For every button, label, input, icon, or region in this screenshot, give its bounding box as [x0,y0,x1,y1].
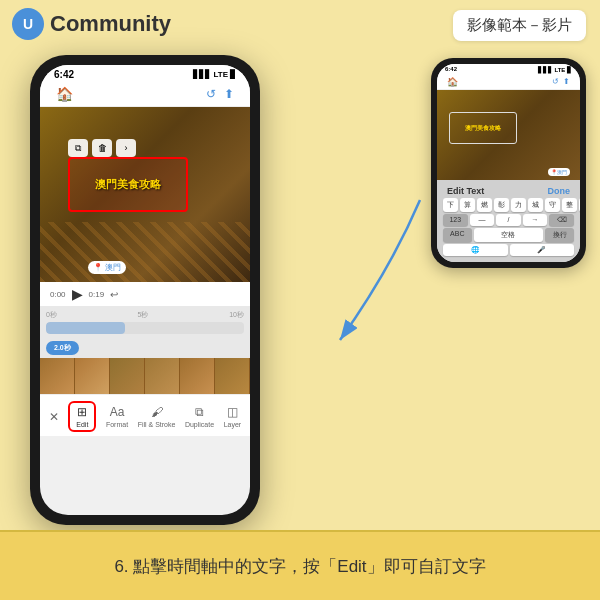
sp-nav-icons: ↺ ⬆ [552,77,570,87]
share-icon[interactable]: ⬆ [224,87,234,101]
thumb-2 [75,358,110,394]
header: U Community [0,0,183,48]
fill-stroke-tool[interactable]: 🖌 Fill & Stroke [138,405,176,428]
close-button[interactable]: ✕ [49,410,59,424]
lte-label: LTE [213,70,228,79]
sp-nav: 🏠 ↺ ⬆ [437,75,580,90]
play-button[interactable]: ▶ [72,286,83,302]
key-li[interactable]: 力 [511,198,526,212]
duplicate-label: Duplicate [185,421,214,428]
sp-video: 澳門美食攻略 📍澳門 [437,90,580,180]
format-tool[interactable]: Aa Format [106,405,128,428]
phone-screen: 6:42 ▋▋▋ LTE ▊ 🏠 ↺ ⬆ [40,65,250,515]
key-xia[interactable]: 下 [443,198,458,212]
refresh-icon[interactable]: ↺ [206,87,216,101]
pin-icon: 📍 [93,263,103,272]
phone-frame: 6:42 ▋▋▋ LTE ▊ 🏠 ↺ ⬆ [30,55,260,525]
sp-home-icon[interactable]: 🏠 [447,77,458,87]
more-handle[interactable]: › [116,139,136,157]
key-cheng[interactable]: 城 [528,198,543,212]
video-controls: 0:00 ▶ 0:19 ↩ [40,282,250,306]
key-arrow-r[interactable]: → [523,214,548,226]
key-dash[interactable]: — [470,214,495,226]
bottom-toolbar: ✕ ⊞ Edit Aa Format 🖌 Fill & Stroke ⧉ Dup… [40,394,250,436]
edit-icon: ⊞ [77,405,87,419]
key-delete[interactable]: ⌫ [549,214,574,226]
ep-row-3: ABC 空格 換行 [443,228,574,242]
key-suan[interactable]: 算 [460,198,475,212]
thumbnail-strip [40,358,250,394]
status-time: 6:42 [54,69,74,80]
text-chip[interactable]: 2.0秒 [46,341,79,355]
selected-text-box[interactable]: 澳門美食攻略 [68,157,188,212]
key-mic[interactable]: 🎤 [510,244,575,256]
fill-stroke-label: Fill & Stroke [138,421,176,428]
thumb-3 [110,358,145,394]
bottom-caption: 6. 點擊時間軸中的文字，按「Edit」即可自訂文字 [0,530,600,600]
ep-header: Edit Text Done [443,184,574,198]
duplicate-tool[interactable]: ⧉ Duplicate [185,405,214,428]
sp-status-bar: 6:42 ▋▋▋ LTE ▊ [437,64,580,75]
key-enter[interactable]: 換行 [545,228,574,242]
copy-handle[interactable]: ⧉ [68,139,88,157]
key-zhang[interactable]: 彰 [494,198,509,212]
sp-pin-icon: 📍 [551,169,557,175]
key-slash[interactable]: / [496,214,521,226]
ep-row-emoji: 🌐 🎤 [443,244,574,256]
key-abc[interactable]: ABC [443,228,472,242]
thumb-6 [215,358,250,394]
time-end: 0:19 [89,290,105,299]
edit-label: Edit [76,421,88,428]
key-123[interactable]: 123 [443,214,468,226]
ep-title: Edit Text [447,186,484,196]
edit-panel: Edit Text Done 下 算 燃 彰 力 城 守 整 性 心 [437,180,580,262]
key-xing[interactable]: 性 [579,198,580,212]
ep-row-2: 123 — / → ⌫ [443,214,574,226]
sp-location-pin: 📍澳門 [548,168,570,176]
small-phone-screen: 6:42 ▋▋▋ LTE ▊ 🏠 ↺ ⬆ 澳門美食攻略 📍澳門 [437,64,580,262]
key-space[interactable]: 空格 [474,228,544,242]
ep-row-1: 下 算 燃 彰 力 城 守 整 性 心 [443,198,574,212]
sp-refresh[interactable]: ↺ [552,77,559,87]
signal-icon: ▋▋▋ [193,70,211,79]
text-timeline: 2.0秒 [40,338,250,358]
arrow-indicator [310,190,430,350]
ep-done-button[interactable]: Done [548,186,571,196]
overlay-text: 澳門美食攻略 [95,177,161,191]
food-pattern [40,222,250,282]
timeline-label-0: 0秒 [46,310,57,320]
thumb-1 [40,358,75,394]
edit-tool[interactable]: ⊞ Edit [68,401,96,432]
key-zheng[interactable]: 整 [562,198,577,212]
home-icon[interactable]: 🏠 [56,86,73,102]
small-phone-frame: 6:42 ▋▋▋ LTE ▊ 🏠 ↺ ⬆ 澳門美食攻略 📍澳門 [431,58,586,268]
layer-label: Layer [224,421,242,428]
timeline-bar[interactable] [46,322,244,334]
fill-stroke-icon: 🖌 [151,405,163,419]
sp-text-box[interactable]: 澳門美食攻略 [449,112,517,144]
format-label: Format [106,421,128,428]
key-shou[interactable]: 守 [545,198,560,212]
sp-time: 6:42 [445,66,457,73]
sp-share[interactable]: ⬆ [563,77,570,87]
timeline-label-5: 5秒 [138,310,149,320]
timeline-container: 0秒 5秒 10秒 [40,306,250,338]
timeline-label-10: 10秒 [229,310,244,320]
location-pin: 📍 澳門 [88,261,126,274]
key-ran[interactable]: 燃 [477,198,492,212]
edit-handles: ⧉ 🗑 › [68,139,136,157]
thumb-5 [180,358,215,394]
small-phone: 6:42 ▋▋▋ LTE ▊ 🏠 ↺ ⬆ 澳門美食攻略 📍澳門 [431,58,586,268]
thumb-4 [145,358,180,394]
loop-icon[interactable]: ↩ [110,289,118,300]
logo-icon: U [12,8,44,40]
app-title: Community [50,11,171,37]
layer-icon: ◫ [227,405,238,419]
phone-nav: 🏠 ↺ ⬆ [40,82,250,107]
layer-tool[interactable]: ◫ Layer [224,405,242,428]
battery-icon: ▊ [230,70,236,79]
sp-overlay-text: 澳門美食攻略 [465,124,501,133]
video-background: ⧉ 🗑 › 澳門美食攻略 📍 澳門 [40,107,250,282]
key-globe[interactable]: 🌐 [443,244,508,256]
delete-handle[interactable]: 🗑 [92,139,112,157]
